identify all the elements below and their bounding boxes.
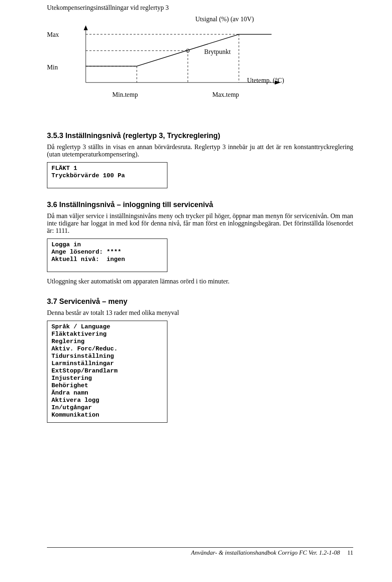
intro-line: Utekompenseringsinställningar vid regler…	[47, 4, 353, 11]
chart-title: Utsignal (%) (av 10V)	[96, 16, 353, 23]
para-3-7: Denna består av totalt 13 rader med olik…	[47, 309, 353, 317]
menu-item: Ändra namn	[51, 390, 163, 397]
menu-item: Språk / Language	[51, 323, 163, 331]
svg-marker-1	[84, 25, 88, 30]
label-brytpunkt: Brytpunkt	[204, 48, 231, 56]
y-axis-max: Max	[47, 31, 59, 38]
menu-item: Reglering	[51, 338, 163, 346]
menu-item: Injustering	[51, 375, 163, 382]
menu-item: Tidursinställning	[51, 353, 163, 360]
compensation-chart: Utsignal (%) (av 10V) Max Min	[47, 16, 353, 97]
menu-item: In/utgångar	[51, 404, 163, 412]
menu-item: Larminställningar	[51, 360, 163, 368]
display-box-menu: Språk / Language Fläktaktivering Regleri…	[47, 321, 167, 423]
page-footer: Användar- & installationshandbok Corrigo…	[47, 547, 353, 556]
menu-item: Aktiv. Forc/Reduc.	[51, 346, 163, 353]
display-box-login: Logga in Ange lösenord: **** Aktuell niv…	[47, 239, 167, 272]
menu-item: ExtStopp/Brandlarm	[51, 368, 163, 375]
label-utetemp: Utetemp. (°C)	[247, 77, 284, 84]
menu-item: Fläktaktivering	[51, 331, 163, 338]
x-axis-min: Min.temp	[112, 91, 138, 98]
heading-3-6: 3.6 Inställningsnivå – inloggning till s…	[47, 201, 353, 209]
menu-item: Kommunikation	[51, 412, 163, 419]
menu-item: Aktivera logg	[51, 397, 163, 404]
display-box-pressure: FLÄKT 1 Tryckbörvärde 100 Pa	[47, 162, 167, 188]
heading-3-5-3: 3.5.3 Inställningsnivå (reglertyp 3, Try…	[47, 132, 353, 140]
heading-3-7: 3.7 Servicenivå – meny	[47, 297, 353, 306]
y-axis-min: Min	[47, 64, 58, 71]
menu-item: Behörighet	[51, 382, 163, 390]
para-3-6-1: Då man väljer service i inställningsnivå…	[47, 212, 353, 234]
para-3-5-3: Då reglertyp 3 ställts in visas en annan…	[47, 143, 353, 158]
para-3-6-2: Utloggning sker automatiskt om apparaten…	[47, 278, 353, 285]
footer-page-number: 11	[347, 549, 353, 556]
footer-title: Användar- & installationshandbok Corrigo…	[191, 549, 340, 556]
x-axis-max: Max.temp	[212, 91, 239, 98]
